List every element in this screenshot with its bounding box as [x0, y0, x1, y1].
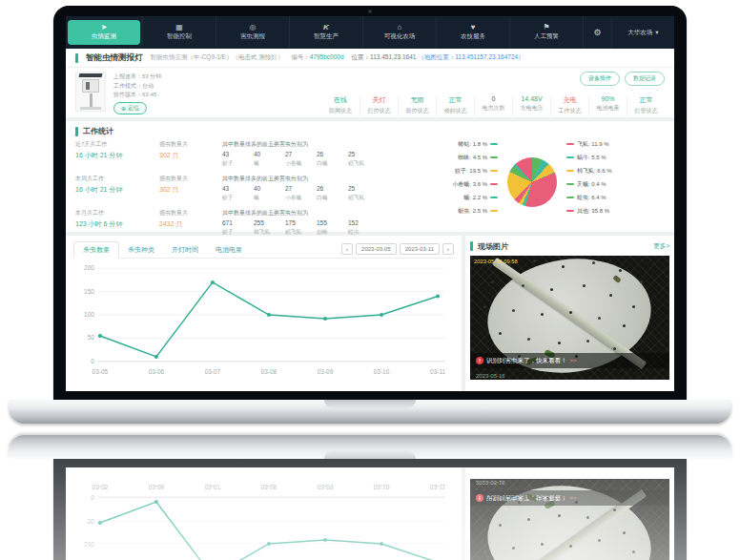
device-operate-button[interactable]: 设备操作 [580, 72, 620, 86]
stat-value: 16 小时 21 分钟 [75, 185, 159, 195]
insect-count: 26 [317, 151, 348, 157]
pie-label: 蝗虫: 6.4 % [564, 194, 667, 207]
date-range-controls: ‹ 2023-03-05 2023-03-11 › [341, 243, 454, 258]
svg-text:03-07: 03-07 [205, 368, 221, 375]
status-label: 倾斜状态 [442, 107, 468, 115]
device-header-bar: 智能虫情测报灯 智能虫情云测（中-CQ9-1/E）（电击式 测报灯） 编号：47… [66, 49, 674, 68]
insect-name: 蛾 [254, 159, 285, 168]
nav-label: 可视化农场 [384, 32, 416, 41]
photo-alert-caption[interactable]: ! 识别到害虫来了，快来看看！ >> [470, 353, 669, 368]
base-notch [324, 450, 416, 459]
insect-count: 40 [254, 151, 285, 157]
start-date-input[interactable]: 2023-03-05 [356, 243, 397, 255]
status-label: 电击次数 [481, 104, 506, 113]
device-info-row: 上报速率：53 分钟 工作模式：自动 软件版本：63-45 ⊕ 定位 设备操作 [66, 68, 674, 117]
reflection-surface: ➤ 虫情监测 ▦ 智能控制 ◎ 害虫测报 K 智慧生产 [0, 429, 740, 560]
tab-lamp-time[interactable]: 开灯时间 [163, 242, 207, 258]
status-tilt: 正常 倾斜状态 [436, 95, 474, 115]
stat-value: 123 小时 6 分钟 [75, 219, 159, 229]
photo-panel-title: 现场图片 [478, 241, 508, 252]
nav-label: 人工预警 [534, 32, 559, 41]
settings-gear-button[interactable]: ⚙ [583, 16, 611, 49]
tab-battery[interactable]: 电池电量 [207, 242, 251, 258]
stat-label: 近7天共工作 [75, 140, 159, 149]
tab-kill-count[interactable]: 杀虫数量 [73, 241, 119, 259]
device-status-area: 设备操作 数据记录 在线 联网状态 关灯 灯控状态 [262, 72, 665, 115]
nav-item-smart-production[interactable]: K 智慧生产 [289, 16, 362, 49]
more-photos-link[interactable]: 更多> [653, 242, 669, 251]
pie-label: 天蛾: 0.4 % [564, 180, 667, 194]
caption-more-link: >> [570, 495, 577, 501]
pie-label: 蜗牛: 5.5 % [564, 154, 667, 167]
locate-label: 定位 [128, 104, 139, 113]
svg-text:0: 0 [91, 494, 94, 501]
nav-item-pest-forecast[interactable]: ◎ 害虫测报 [216, 16, 289, 49]
prev-date-button[interactable]: ‹ [341, 243, 353, 255]
laptop-base [9, 435, 731, 459]
stat-value: 302 只 [159, 185, 222, 195]
leader-line [566, 183, 574, 185]
cursor-icon: ➤ [101, 24, 108, 31]
device-title: 智能虫情测报灯 [86, 52, 143, 64]
map-location-link[interactable]: （地图位置：113.451157,23.164724） [418, 53, 524, 60]
insect-name: 小卷蛾 [285, 194, 317, 202]
insect-name: 稻飞虱 [348, 159, 380, 168]
device-subtitle: 智能虫情云测（中-CQ9-1/E）（电击式 测报灯） [151, 53, 284, 62]
gear-icon: ⚙ [593, 28, 601, 37]
lamp-slot-shape [86, 82, 90, 90]
kill-count-panel: 杀虫数量 杀虫种类 开灯时间 电池电量 ‹ 2023-03-05 2023-03… [66, 467, 462, 560]
insect-name: 蚊子 [222, 194, 254, 202]
farm-selector-dropdown[interactable]: 大华农场 ▾ [611, 16, 674, 49]
insect-count: 255 [254, 219, 285, 226]
status-lamp-control: 关灯 灯控状态 [360, 95, 398, 115]
pie-label: 棉飞虱: 6.6 % [564, 167, 667, 180]
location-value: 113.451,23.1641 [370, 53, 416, 60]
nav-item-pest-monitoring[interactable]: ➤ 虫情监测 [68, 20, 140, 45]
insect-name: 棉飞虱 [254, 228, 285, 237]
insect-names: 蚊子蛾小卷蛾白蛾稻飞虱 [222, 159, 390, 168]
serial-value: 4795bc000d [310, 53, 344, 60]
next-date-button[interactable]: › [442, 243, 454, 255]
locate-button[interactable]: ⊕ 定位 [113, 102, 147, 114]
leader-line [490, 170, 498, 172]
bottom-panels: 杀虫数量 杀虫种类 开灯时间 电池电量 ‹ 2023-03-05 2023-03… [66, 236, 674, 391]
tab-kill-species[interactable]: 杀虫种类 [119, 242, 163, 258]
nav-item-manual-warning[interactable]: ⚑ 人工预警 [509, 16, 583, 49]
pie-label-text: 蚜虫: 2.5 % [458, 208, 487, 214]
caption-more-link[interactable]: >> [570, 358, 577, 363]
insect-count: 155 [317, 219, 348, 226]
end-date-input[interactable]: 2023-03-11 [400, 243, 440, 255]
serial-label: 编号： [291, 53, 310, 60]
data-record-button[interactable]: 数据记录 [625, 72, 665, 86]
dashboard-screen: ➤ 虫情监测 ▦ 智能控制 ◎ 害虫测报 K 智慧生产 [66, 16, 674, 391]
alert-flag-icon: ⚑ [543, 24, 549, 31]
kill-count-line-chart: 03-0503-0603-0703-0803-0903-1003-1105010… [73, 476, 453, 560]
site-photo-panel: 现场图片 更多> 2023-05-16 09:58 [465, 467, 674, 560]
lamp-pole-shape [90, 93, 92, 108]
leader-line [490, 197, 498, 198]
monitor-icon: ◎ [250, 24, 257, 31]
insect-name: 白蛾 [317, 194, 348, 202]
device-serial: 编号：4795bc000d [291, 53, 343, 62]
kill-count-line-chart: 03-0503-0603-0703-0803-0903-1003-1105010… [73, 262, 453, 383]
nav-item-visual-farm[interactable]: ⌂ 可视化农场 [362, 16, 436, 49]
svg-text:03-09: 03-09 [318, 484, 334, 490]
status-rain: 无雨 雨控状态 [398, 95, 436, 115]
pie-label-text: 蛾: 2.2 % [463, 195, 487, 200]
nav-label: 害虫测报 [240, 32, 265, 41]
nav-item-agri-service[interactable]: ♥ 农技服务 [436, 16, 509, 49]
chart-tabs-row: 杀虫数量 杀虫种类 开灯时间 电池电量 ‹ 2023-03-05 2023-03… [73, 239, 454, 259]
nav-label: 智能控制 [167, 32, 192, 41]
insect-pie-chart: 蝼蛄: 1.8 % 蜘蛛: 4.5 % 蚊子: 19.5 % 小卷蛾: 3.6 … [398, 135, 667, 228]
insect-count: 25 [348, 185, 380, 192]
trap-photo[interactable]: 2023-05-16 09:58 ! 识别到害虫来了，快来看看！ >> 2023… [470, 256, 669, 380]
nav-item-smart-control[interactable]: ▦ 智能控制 [142, 16, 216, 49]
stat-label: 捕虫数量共 [159, 175, 222, 183]
svg-text:03-08: 03-08 [261, 484, 278, 490]
control-panel-icon: ▦ [175, 24, 183, 31]
leader-line [490, 143, 498, 145]
stat-label: 捕虫数量共 [159, 209, 222, 218]
caption-text: 识别到害虫来了，快来看看！ [486, 494, 567, 503]
pie-label: 蜘蛛: 4.5 % [398, 154, 501, 167]
work-stats-section: 工作统计 近7天共工作 16 小时 21 分钟 捕虫数量共 302 只 其中数量… [66, 121, 674, 232]
